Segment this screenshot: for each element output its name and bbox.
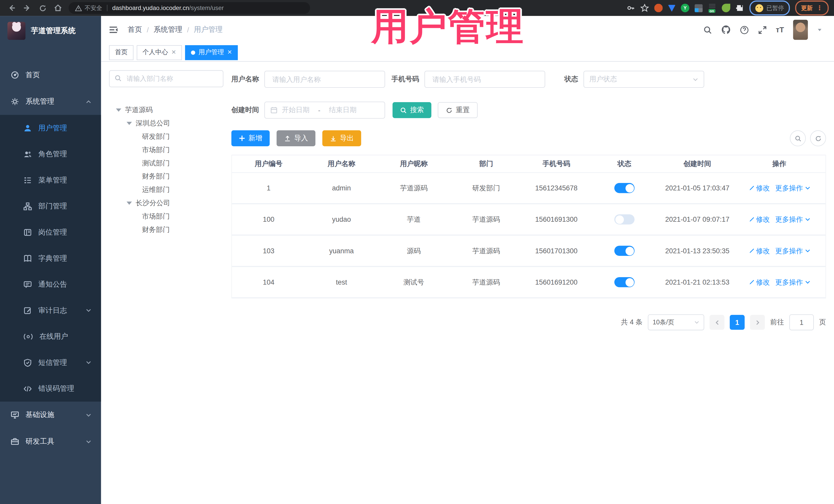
reload-icon[interactable] [37,3,48,13]
sidebar-item-dict-management[interactable]: 字典管理 [0,245,101,271]
tree-node[interactable]: 研发部门 [109,130,223,143]
tree-node[interactable]: 财务部门 [109,223,223,236]
status-toggle[interactable] [614,214,635,224]
chevron-down-icon [86,439,92,444]
more-actions-link[interactable]: 更多操作 [775,278,810,287]
help-icon[interactable] [740,25,749,34]
tab-user-management[interactable]: 用户管理✕ [185,45,238,60]
sidebar-item-user-management[interactable]: 用户管理 [0,115,101,141]
next-page-button[interactable] [750,315,765,330]
status-toggle[interactable] [614,183,635,193]
extension-grid-icon[interactable] [695,4,703,12]
page-size-select[interactable]: 10条/页 [648,314,704,330]
goto-page-input[interactable] [789,314,814,330]
tree-node[interactable]: 测试部门 [109,156,223,170]
edit-link[interactable]: 修改 [748,215,770,224]
export-button[interactable]: 导出 [322,130,361,146]
close-icon[interactable]: ✕ [171,49,176,56]
home-icon[interactable] [52,3,63,13]
sidebar-item-dept-management[interactable]: 部门管理 [0,193,101,219]
breadcrumb-system[interactable]: 系统管理 [154,25,182,35]
address-bar[interactable]: 不安全 dashboard.yudao.iocoder.cn/system/us… [68,2,310,14]
sidebar-item-post-management[interactable]: 岗位管理 [0,219,101,245]
url-text[interactable]: dashboard.yudao.iocoder.cn/system/user [112,5,224,11]
github-icon[interactable] [721,25,730,35]
breadcrumb-home[interactable]: 首页 [128,25,142,35]
font-size-icon[interactable]: тT [776,25,784,34]
logo[interactable]: 芋道管理系统 [0,16,101,46]
tree-node[interactable]: 财务部门 [109,170,223,183]
add-button[interactable]: 新增 [232,130,270,146]
tab-profile[interactable]: 个人中心✕ [137,45,182,60]
more-actions-link[interactable]: 更多操作 [775,246,810,256]
back-icon[interactable] [6,3,17,13]
forward-icon[interactable] [22,3,32,13]
tree-node[interactable]: 市场部门 [109,143,223,156]
username-input[interactable] [264,71,385,88]
sidebar-fold-icon[interactable] [109,25,118,34]
status-select[interactable]: 用户状态 [584,71,704,88]
tree-node[interactable]: 长沙分公司 [109,196,223,210]
tree-node[interactable]: 运维部门 [109,183,223,196]
extension-green-icon[interactable]: Y [681,4,689,12]
edit-link[interactable]: 修改 [748,246,770,256]
key-icon[interactable] [627,4,635,12]
pencil-icon [748,248,754,254]
sidebar-item-notice[interactable]: 通知公告 [0,271,101,298]
user-avatar[interactable] [793,20,808,40]
sidebar-item-audit-log[interactable]: 审计日志 [0,298,101,324]
security-chip[interactable]: 不安全 [75,4,102,12]
refresh-table-button[interactable] [810,130,826,146]
page-suffix: 页 [819,317,826,327]
caret-down-icon[interactable] [127,201,132,204]
tree-node[interactable]: 芋道源码 [109,103,223,116]
extension-on-badge-icon[interactable]: on [708,4,717,12]
dept-search-input[interactable] [126,74,213,83]
search-button[interactable]: 搜索 [393,102,431,118]
edit-link[interactable]: 修改 [748,183,770,193]
tree-node[interactable]: 深圳总公司 [109,116,223,130]
caret-down-icon[interactable] [127,122,132,125]
sidebar-item-infrastructure[interactable]: 基础设施 [0,401,101,428]
page-number-current[interactable]: 1 [730,315,745,330]
import-button[interactable]: 导入 [277,130,315,146]
header-search-icon[interactable] [703,25,712,34]
date-range-picker[interactable]: 开始日期 - 结束日期 [264,102,385,118]
show-search-button[interactable] [790,130,806,146]
sidebar-item-role-management[interactable]: 角色管理 [0,141,101,167]
reset-button[interactable]: 重置 [438,102,478,118]
dept-tree-panel: 芋道源码 深圳总公司 研发部门 市场部门 测试部门 财务部门 运维部门 长沙分公… [109,70,223,236]
extension-puzzle-icon[interactable] [736,4,744,12]
browser-menu-icon[interactable]: ⋮ [816,4,823,12]
more-actions-link[interactable]: 更多操作 [775,215,810,224]
close-icon[interactable]: ✕ [227,49,232,56]
edit-link[interactable]: 修改 [748,278,770,287]
more-actions-link[interactable]: 更多操作 [775,183,810,193]
mobile-input[interactable] [424,71,545,88]
caret-down-icon[interactable] [116,108,122,111]
profile-paused-chip[interactable]: 已暂停 [749,1,790,15]
extension-leaf-icon[interactable] [722,4,730,12]
username-field[interactable] [271,75,378,84]
fullscreen-icon[interactable] [758,25,767,34]
sidebar-item-home[interactable]: 首页 [0,62,101,88]
sidebar-item-system[interactable]: 系统管理 [0,88,101,115]
mobile-field[interactable] [431,75,539,84]
update-button[interactable]: 更新 ⋮ [795,1,829,15]
sidebar-item-menu-management[interactable]: 菜单管理 [0,167,101,193]
annotation-title: 用户管理 [371,2,525,52]
bookmark-star-icon[interactable] [640,4,649,12]
tree-node[interactable]: 市场部门 [109,210,223,223]
prev-page-button[interactable] [709,315,724,330]
sidebar-item-dev-tools[interactable]: 研发工具 [0,428,101,455]
tab-home[interactable]: 首页 [109,45,133,60]
extension-ublock-icon[interactable] [654,4,663,12]
avatar-caret-icon[interactable] [817,27,822,32]
dept-search[interactable] [109,70,223,87]
extension-gem-icon[interactable] [668,5,675,12]
sidebar-item-error-code[interactable]: 错误码管理 [0,375,101,401]
status-toggle[interactable] [614,246,635,256]
sidebar-item-online-users[interactable]: 在线用户 [0,323,101,350]
status-toggle[interactable] [614,277,635,287]
sidebar-item-sms-management[interactable]: 短信管理 [0,350,101,376]
